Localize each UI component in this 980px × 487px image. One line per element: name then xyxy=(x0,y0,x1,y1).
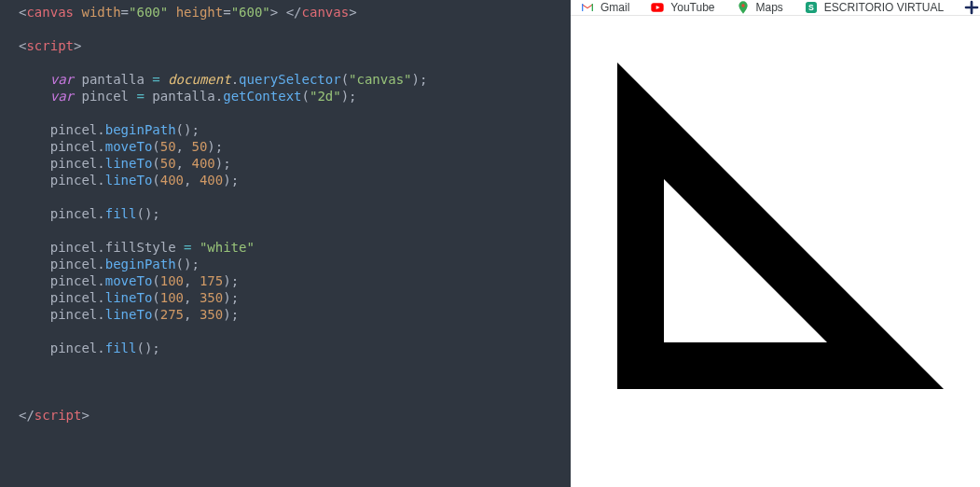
escritorio-icon: S xyxy=(804,0,819,15)
code-content: <canvas width="600" height="600"> </canv… xyxy=(19,4,571,424)
svg-point-1 xyxy=(741,4,744,7)
bookmark-label: ESCRITORIO VIRTUAL xyxy=(824,1,944,14)
bookmark-escritorio[interactable]: S ESCRITORIO VIRTUAL xyxy=(804,0,944,15)
code-editor[interactable]: <canvas width="600" height="600"> </canv… xyxy=(0,0,571,487)
bookmark-label: Gmail xyxy=(600,1,629,14)
bookmark-youtube[interactable]: YouTube xyxy=(650,0,714,15)
bookmark-inbu[interactable]: INBU xyxy=(964,0,980,15)
maps-icon xyxy=(736,0,751,15)
svg-text:S: S xyxy=(808,3,814,12)
bookmark-label: YouTube xyxy=(670,1,714,14)
bookmark-maps[interactable]: Maps xyxy=(736,0,783,15)
canvas xyxy=(571,16,980,487)
bookmark-label: Maps xyxy=(756,1,783,14)
browser-preview: Gmail YouTube Maps S ESCRITORIO VIRTUAL … xyxy=(571,0,980,487)
bookmark-gmail[interactable]: Gmail xyxy=(580,0,629,15)
gmail-icon xyxy=(580,0,595,15)
canvas-output xyxy=(571,16,980,487)
youtube-icon xyxy=(650,0,665,15)
bookmarks-bar: Gmail YouTube Maps S ESCRITORIO VIRTUAL … xyxy=(571,0,980,16)
inbu-icon xyxy=(964,0,979,15)
